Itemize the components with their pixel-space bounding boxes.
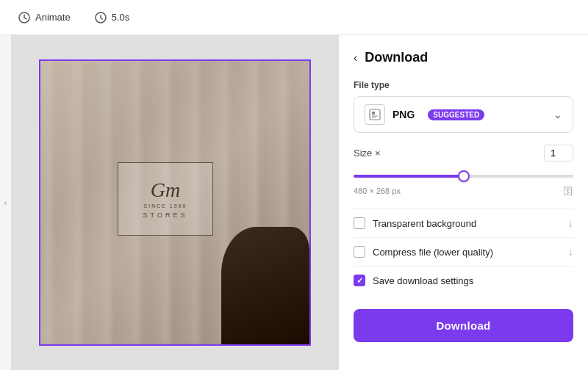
left-sidebar: ‹ [0,35,12,370]
save-settings-label: Save download settings [373,275,473,286]
file-type-left: PNG SUGGESTED [365,104,484,125]
size-slider[interactable] [354,175,573,178]
file-type-label: File type [354,80,573,90]
compress-row: Compress file (lower quality) ↓ [354,237,573,266]
transparent-bg-checkbox[interactable] [354,217,365,229]
logo-script: Gm [151,180,180,200]
dimension-value: 480 × 268 px [354,186,401,195]
animate-icon [18,11,31,24]
right-panel: ‹ Download File type PNG SUGGESTED ⌄ Siz… [338,35,588,370]
file-type-icon [365,104,385,125]
top-toolbar: Animate 5.0s [0,0,588,35]
logo-since: SINCE 1988 [144,203,187,208]
slider-container [354,167,573,181]
duration-button[interactable]: 5.0s [85,7,139,29]
compress-left: Compress file (lower quality) [354,246,493,258]
size-input[interactable] [544,145,573,162]
design-canvas[interactable]: Gm SINCE 1988 STORES [39,59,311,346]
panel-title: Download [365,50,428,65]
chevron-down-icon: ⌄ [553,109,562,120]
compress-label: Compress file (lower quality) [373,247,493,258]
file-type-name: PNG [392,109,415,120]
clock-icon [94,11,107,24]
animate-button[interactable]: Animate [9,7,79,29]
photo-figure [221,227,309,344]
logo-stores: STORES [143,211,188,219]
transparent-bg-row: Transparent background ↓ [354,208,573,237]
save-settings-left: Save download settings [354,275,473,286]
logo-overlay: Gm SINCE 1988 STORES [118,162,213,236]
duration-label: 5.0s [112,12,130,23]
panel-header: ‹ Download [354,50,573,65]
compress-info-icon[interactable]: ↓ [568,246,573,258]
svg-rect-3 [372,112,375,115]
back-button[interactable]: ‹ [354,51,357,65]
file-type-dropdown[interactable]: PNG SUGGESTED ⌄ [354,96,573,133]
canvas-image: Gm SINCE 1988 STORES [40,61,309,344]
svg-rect-2 [370,109,380,120]
compress-checkbox[interactable] [354,246,365,258]
transparent-bg-label: Transparent background [373,218,476,229]
suggested-badge: SUGGESTED [428,109,484,120]
transparent-bg-info-icon[interactable]: ↓ [568,217,573,229]
save-settings-checkbox[interactable] [354,275,365,286]
dimension-lock-icon: ⚿ [563,185,573,197]
animate-label: Animate [35,12,71,23]
transparent-bg-left: Transparent background [354,217,476,229]
size-label: Size × [354,148,381,159]
dimension-text: 480 × 268 px ⚿ [354,185,573,197]
save-settings-row: Save download settings [354,266,573,294]
sidebar-collapse-arrow[interactable]: ‹ [4,199,7,207]
canvas-area: Gm SINCE 1988 STORES [12,35,338,370]
download-button[interactable]: Download [354,309,573,342]
size-row: Size × [354,145,573,162]
